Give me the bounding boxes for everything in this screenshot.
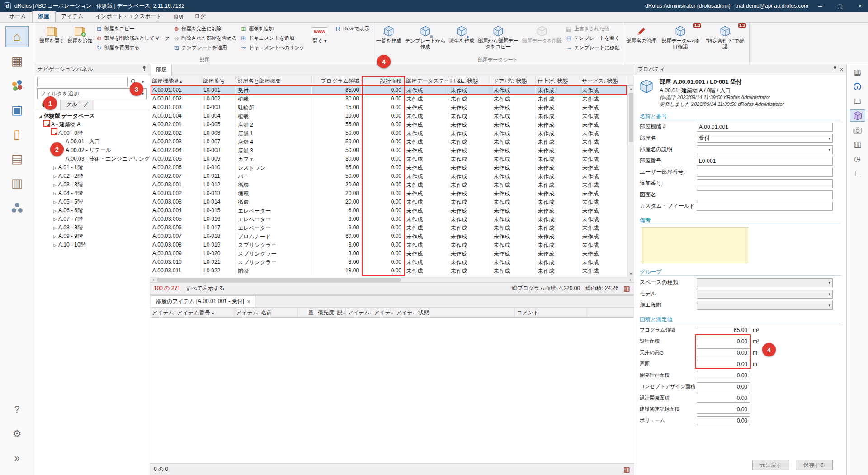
ribbon-include-deleted[interactable]: ⊖削除された部屋を含める (172, 34, 238, 42)
column-header[interactable]: 部屋機能 #▲ (150, 76, 201, 86)
ribbon-cube-copy[interactable]: →部屋から部屋データをコピー (476, 24, 520, 49)
ribbon-cube-template[interactable]: ≡テンプレートから作成 (404, 24, 447, 49)
space-type-input[interactable]: ▾ (697, 278, 833, 287)
tree-expander-icon[interactable]: ▷ (52, 209, 58, 213)
tree-item[interactable]: A.00.01 - 入口 (34, 138, 150, 146)
search-input[interactable] (37, 77, 128, 86)
ribbon-pencil[interactable]: 部屋名の管理 (625, 24, 657, 44)
tree-item[interactable]: ▷A.03 - 3階 (34, 180, 150, 189)
menu-tab-1[interactable]: 部屋 (32, 11, 56, 22)
table-row[interactable]: A.00.01.003L0-003駐輪所15.000.00未作成未作成未作成未作… (150, 103, 627, 112)
revert-button[interactable]: 元に戻す (752, 460, 789, 470)
tree-expander-icon[interactable]: ▷ (52, 166, 58, 170)
camera-icon[interactable] (850, 124, 865, 136)
tree-item[interactable]: ◢体験版 データベース (34, 112, 150, 120)
tree-expander-icon[interactable]: ▷ (52, 200, 58, 204)
tree-expander-icon[interactable]: ▷ (52, 174, 58, 179)
ribbon-add-image[interactable]: ⊞画像を追加 (239, 25, 306, 33)
volume-input[interactable]: 0.00 (697, 416, 750, 425)
ribbon-cube-badge[interactable]: 部屋データ<->項目確認1.3 (659, 24, 702, 49)
menu-tab-2[interactable]: アイテム (56, 11, 90, 22)
column-header[interactable]: アイテム: アイテム番号▲ (150, 308, 234, 317)
settings-gear-icon[interactable]: ⚙ (5, 423, 29, 444)
notes-textarea[interactable] (642, 227, 748, 263)
close-panel-icon[interactable]: × (840, 66, 843, 73)
save-button[interactable]: 保存する (796, 460, 833, 470)
close-tab-icon[interactable]: × (247, 299, 250, 305)
tree-item[interactable]: ▷A.06 - 6階 (34, 206, 150, 215)
tree-expander-icon[interactable]: ▷ (52, 183, 58, 187)
ribbon-open-template[interactable]: ⊟テンプレートを開く (565, 34, 621, 42)
perimeter-input[interactable]: 0.00 (697, 360, 750, 369)
tree-item[interactable]: ▷A.04 - 4階 (34, 189, 150, 198)
table-row[interactable]: A.00.02.004L0-008店舗 350.000.00未作成未作成未作成未… (150, 146, 627, 155)
expand-strip-icon[interactable]: » (5, 448, 29, 469)
table-row[interactable]: A.00.03.007L0-018プロムナード60.000.00未作成未作成未作… (150, 232, 627, 241)
ribbon-room-add[interactable]: 部屋を追加 (67, 24, 94, 44)
search-icon[interactable] (129, 77, 137, 86)
ribbon-cube[interactable]: 一覧を作成 (375, 24, 402, 44)
ribbon-cube-badge[interactable]: "特定条件下"で確認1.3 (703, 24, 747, 49)
column-header[interactable]: アイテ... (372, 308, 394, 317)
room-function-number-input[interactable]: A.00.01.001 (697, 123, 833, 132)
nav-tab-1[interactable]: グループ (60, 100, 94, 110)
network-module-icon[interactable] (5, 197, 29, 218)
table-row[interactable]: A.00.03.005L0-016エレベーター6.000.00未作成未作成未作成… (150, 215, 627, 223)
tree-expander-icon[interactable]: ▷ (52, 191, 58, 196)
table-row[interactable]: A.00.02.001L0-005店舗 255.000.00未作成未作成未作成未… (150, 120, 627, 129)
tree-item[interactable]: ▷A.08 - 8階 (34, 223, 150, 232)
table-row[interactable]: A.00.01.004L0-004植栽10.000.00未作成未作成未作成未作成… (150, 112, 627, 120)
tree-item[interactable]: ▷A.01 - 1階 (34, 163, 150, 172)
tree-item[interactable]: ▷A.05 - 5階 (34, 198, 150, 206)
column-header[interactable]: アイテム... (346, 308, 372, 317)
menu-tab-5[interactable]: ログ (189, 11, 212, 22)
column-header[interactable]: アイテ... (394, 308, 416, 317)
table-row[interactable]: A.00.03.001L0-012循環20.000.00未作成未作成未作成未作成… (150, 180, 627, 189)
pin-icon[interactable] (142, 66, 146, 73)
ribbon-delete[interactable]: ⊗部屋を完全に削除 (172, 25, 238, 33)
designed-area-input[interactable]: 0.00 (697, 337, 750, 346)
tree-expander-icon[interactable]: ▷ (52, 243, 58, 247)
tab-rooms[interactable]: 部屋 (151, 64, 172, 76)
custom-field-input[interactable] (697, 202, 833, 211)
table-row[interactable]: A.00.03.006L0-017エレベーター6.000.00未作成未作成未作成… (150, 223, 627, 232)
help-icon[interactable]: ? (5, 399, 29, 420)
horizontal-scrollbar[interactable]: ◄► (150, 277, 634, 282)
concept-design-area-input[interactable]: 0.00 (697, 382, 750, 391)
model-input[interactable]: ▾ (697, 290, 833, 299)
vertical-scrollbar[interactable]: ▲▼ (627, 86, 634, 277)
column-header[interactable]: ドア+窓: 状態 (491, 76, 536, 86)
column-header[interactable]: 状態 (416, 308, 515, 317)
tree-expander-icon[interactable]: ◢ (52, 131, 58, 136)
building-module-icon[interactable]: ▦ (5, 51, 29, 71)
table-row[interactable]: A.00.02.002L0-006店舗 150.000.00未作成未作成未作成未… (150, 129, 627, 138)
ribbon-www[interactable]: www開く ▾ (307, 24, 332, 44)
minimize-button[interactable]: ─ (812, 0, 828, 12)
ribbon-mark-deleted[interactable]: ⊘部屋を削除済みとしてマーク (95, 34, 171, 42)
door-module-icon[interactable]: ▯ (5, 124, 29, 145)
column-header[interactable]: 仕上げ: 状態 (536, 76, 580, 86)
ribbon-move-template[interactable]: →テンプレートに移動 (565, 44, 621, 52)
area-summary-icon[interactable]: ▥ (624, 285, 630, 293)
tree-item[interactable]: ▷A.09 - 9階 (34, 232, 150, 241)
room-name-input[interactable]: 受付▾ (697, 134, 833, 143)
user-room-number-input[interactable] (697, 168, 833, 177)
ribbon-overridden[interactable]: ▤上書きされた値 (565, 25, 621, 33)
menu-tab-4[interactable]: BIM (167, 13, 189, 22)
table-row[interactable]: A.00.03.004L0-015エレベーター6.000.00未作成未作成未作成… (150, 206, 627, 215)
search-options-caret-icon[interactable]: ▾ (139, 77, 147, 86)
report-module-icon[interactable]: ▥ (5, 173, 29, 194)
room-name-description-input[interactable]: ▾ (697, 145, 833, 154)
additional-number-input[interactable] (697, 179, 833, 188)
table-row[interactable]: A.00.03.008L0-019スプリンクラー3.000.00未作成未作成未作… (150, 241, 627, 249)
table-row[interactable]: A.00.01.002L0-002植栽30.000.00未作成未作成未作成未作成… (150, 95, 627, 103)
tree-item[interactable]: ▷A.02 - 2階 (34, 172, 150, 180)
close-button[interactable]: × (852, 0, 868, 12)
layout-grid-icon[interactable]: ▦ (850, 66, 865, 78)
programmed-area-input[interactable]: 65.00 (697, 326, 750, 335)
column-header[interactable]: 部屋名と部屋概要 (236, 76, 312, 86)
products-module-icon[interactable]: ▣ (5, 100, 29, 120)
table-row[interactable]: A.00.02.003L0-007店舗 450.000.00未作成未作成未作成未… (150, 138, 627, 146)
ribbon-link-document[interactable]: ↪ドキュメントへのリンク (239, 44, 306, 52)
development-plan-area-input[interactable]: 0.00 (697, 371, 750, 380)
